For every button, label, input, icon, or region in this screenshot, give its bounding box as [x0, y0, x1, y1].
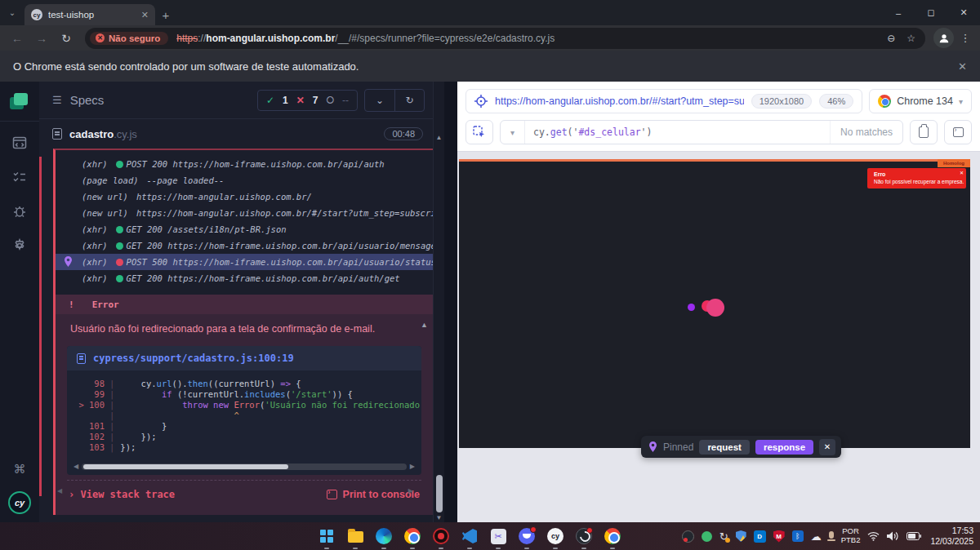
browser-window: ⌄ cy test-uishop ✕ + – ◻ ✕ ← → ↻ ✕ Não s… [0, 0, 980, 550]
security-chip[interactable]: ✕ Não seguro [90, 32, 168, 45]
command-log-row[interactable]: (new url)https://hom-angular.uishop.com.… [56, 205, 433, 221]
scroll-down-icon[interactable]: ▼ [434, 514, 444, 521]
dell-icon[interactable]: D [754, 530, 766, 543]
start-button[interactable] [317, 526, 336, 546]
spec-file-row[interactable]: cadastro .cy.js 00:48 [39, 119, 433, 149]
edge-icon [376, 528, 392, 544]
tab-close-icon[interactable]: ✕ [141, 10, 149, 20]
selector-playground-button[interactable] [466, 120, 493, 144]
print-selector-button[interactable] [944, 120, 972, 144]
selector-playground-input[interactable]: cy.get('#ds_celular') [525, 126, 830, 138]
edge-button[interactable] [374, 526, 394, 546]
cypress-logo-icon[interactable]: cy [8, 491, 31, 514]
obs-button[interactable] [574, 526, 594, 546]
viewport-zoom-badge[interactable]: 46% [819, 94, 853, 109]
tab-search-chevron-icon[interactable]: ⌄ [0, 0, 24, 25]
scrollbar-thumb[interactable] [436, 475, 443, 512]
runs-nav-icon[interactable] [11, 169, 28, 185]
collapse-reporter-icon[interactable]: ☰ [52, 94, 62, 106]
windows-security-icon[interactable] [736, 530, 746, 542]
error-header[interactable]: ! Error [56, 295, 433, 314]
forward-icon[interactable]: → [31, 28, 52, 49]
method-dropdown[interactable]: ▾ [501, 121, 525, 144]
command-log-row[interactable]: (xhr)GET 200 https://hom-iframe.uishop.c… [56, 270, 433, 286]
panel-resizer[interactable] [444, 82, 457, 522]
scroll-left-icon[interactable]: ◀ [57, 487, 62, 495]
clock[interactable]: 17:5312/03/2025 [930, 526, 973, 547]
toast-close-icon[interactable]: ✕ [960, 170, 964, 175]
copy-selector-button[interactable] [910, 120, 938, 144]
chrome-secondary-button[interactable] [603, 526, 622, 546]
code-frame-file-header[interactable]: cypress/support/cadastro.js:100:19 [67, 346, 421, 370]
command-log-row[interactable]: (xhr)GET 200 https://hom-iframe.uishop.c… [56, 237, 433, 254]
keyboard-shortcuts-icon[interactable]: ⌘ [14, 462, 26, 477]
wifi-icon[interactable] [867, 531, 880, 541]
reporter-horizontal-scrollbar[interactable]: ◀ ▶ [57, 486, 413, 495]
address-bar[interactable]: ✕ Não seguro https://hom-angular.uishop.… [85, 28, 925, 49]
rerun-tests-button[interactable]: ↻ [394, 90, 424, 111]
maximize-button[interactable]: ◻ [915, 0, 947, 25]
specs-nav-icon[interactable] [11, 135, 28, 151]
chrome-button[interactable] [403, 526, 422, 546]
mcafee-icon[interactable]: M [773, 530, 785, 543]
scroll-right-icon[interactable]: ▶ [408, 487, 413, 495]
spec-file-icon [52, 128, 62, 140]
file-explorer-button[interactable] [345, 526, 365, 546]
new-tab-button[interactable]: + [155, 4, 176, 25]
vscode-button[interactable] [460, 526, 479, 546]
browser-selector[interactable]: Chrome 134 ▾ [869, 89, 972, 113]
command-log-row[interactable]: (xhr)POST 200 https://hom-iframe.uishop.… [56, 156, 433, 172]
back-icon[interactable]: ← [7, 28, 28, 49]
scroll-up-icon[interactable]: ▲ [421, 321, 428, 329]
capture-tool-button[interactable]: ✂ [488, 526, 508, 546]
cypress-app-icon[interactable] [10, 91, 29, 109]
settings-nav-icon[interactable] [11, 237, 28, 254]
command-log-row[interactable]: (new url)https://hom-angular.uishop.com.… [56, 189, 433, 205]
command-text: --page loaded-- [147, 175, 225, 185]
command-log-row-pinned[interactable]: (xhr)POST 500 https://hom-iframe.uishop.… [56, 254, 433, 270]
debug-nav-icon[interactable] [11, 203, 28, 220]
volume-icon[interactable] [887, 531, 899, 541]
viewport-target-icon[interactable] [474, 95, 488, 108]
code-horizontal-scrollbar[interactable]: ◀ ▶ [74, 463, 415, 470]
app-viewport[interactable]: Homolog Erro Não foi possível recuperar … [459, 159, 970, 448]
language-switcher[interactable]: PORPTB2 [841, 527, 861, 545]
command-log-row[interactable]: (page load)--page loaded-- [56, 172, 433, 189]
bookmark-star-icon[interactable]: ☆ [906, 33, 915, 44]
unpin-close-button[interactable]: ✕ [819, 439, 835, 455]
command-log-row[interactable]: (xhr)GET 200 /assets/i18n/pt-BR.json [56, 221, 433, 237]
scrollbar-thumb[interactable] [83, 464, 288, 469]
request-button[interactable]: request [699, 440, 750, 455]
status-500-icon [116, 259, 123, 266]
collapse-all-button[interactable]: ⌄ [365, 90, 394, 111]
battery-icon[interactable] [906, 532, 921, 540]
update-icon[interactable]: ↻ [719, 530, 728, 543]
close-button[interactable]: ✕ [947, 0, 980, 25]
minimize-button[interactable]: – [882, 0, 915, 25]
browser-menu-icon[interactable]: ⋮ [957, 32, 973, 44]
response-button[interactable]: response [755, 440, 813, 455]
viewport-size-badge[interactable]: 1920x1080 [751, 94, 812, 109]
zoom-out-icon[interactable]: ⊖ [887, 33, 895, 44]
onedrive-icon[interactable]: ☁ [811, 530, 822, 543]
recording-indicator-icon[interactable] [702, 531, 712, 542]
bluetooth-icon[interactable]: ᛒ [792, 530, 804, 542]
infobar-close-icon[interactable]: ✕ [958, 60, 967, 73]
streaming-app-button[interactable] [431, 526, 451, 546]
aut-url-bar[interactable]: https://hom-angular.uishop.com.br/#/star… [466, 89, 862, 113]
scrollbar-track[interactable] [82, 464, 407, 470]
reporter-vertical-scrollbar[interactable]: ▲ ▼ [433, 82, 444, 522]
browser-tab[interactable]: cy test-uishop ✕ [24, 4, 155, 25]
error-toast[interactable]: Erro Não foi possível recuperar a empres… [867, 168, 966, 189]
cypress-button[interactable]: cy [546, 526, 565, 546]
scroll-right-icon[interactable]: ▶ [410, 463, 415, 470]
discord-button[interactable] [517, 526, 537, 546]
scroll-up-icon[interactable]: ▲ [434, 134, 444, 141]
obs-tray-icon[interactable] [682, 530, 694, 543]
microphone-icon[interactable] [829, 531, 834, 541]
time: 17:53 [952, 526, 973, 535]
scroll-left-icon[interactable]: ◀ [74, 463, 78, 470]
reload-icon[interactable]: ↻ [56, 28, 77, 49]
aut-url[interactable]: https://hom-angular.uishop.com.br/#/star… [495, 95, 744, 107]
profile-avatar[interactable] [933, 28, 954, 48]
